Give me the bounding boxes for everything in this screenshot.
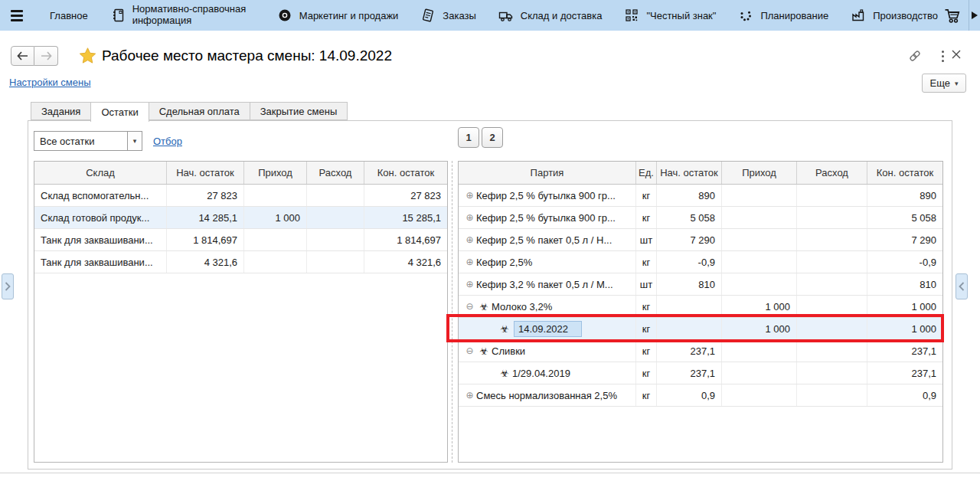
column-header[interactable]: Нач. остаток: [167, 162, 244, 184]
expand-plus-icon[interactable]: ⊕: [463, 234, 476, 245]
menu-item-label: "Честный знак": [646, 10, 716, 21]
table-row-selected[interactable]: Склад готовой продук... 14 285,1 1 000 1…: [34, 207, 447, 229]
menu-item-planning[interactable]: Планирование: [738, 8, 828, 23]
tab-shift-closing[interactable]: Закрытие смены: [250, 102, 348, 120]
column-header[interactable]: Ед.: [636, 162, 657, 184]
forward-button[interactable]: [34, 46, 58, 66]
menu-item-label: Производство: [873, 10, 938, 21]
menu-item-production[interactable]: Производство: [851, 8, 938, 23]
back-button[interactable]: [11, 46, 34, 66]
column-header[interactable]: Приход: [722, 162, 797, 184]
menu-item-label: Главное: [50, 10, 88, 21]
column-header[interactable]: Приход: [244, 162, 307, 184]
history-nav-group: [11, 46, 58, 66]
qr-code-icon: [624, 8, 639, 23]
table-header-row: Партия Ед. Нач. остаток Приход Расход Ко…: [459, 162, 942, 185]
main-menu-icon[interactable]: [11, 7, 28, 24]
filter-link[interactable]: Отбор: [153, 136, 182, 147]
shopping-cart-icon[interactable]: [942, 5, 962, 25]
balances-filter-value: Все остатки: [34, 132, 127, 150]
table-row[interactable]: ⊕ Кефир 2,5 % бутылка 900 гр... кг 5 058…: [459, 207, 942, 229]
topbar-right-group: [942, 0, 980, 31]
chevron-down-icon: ▾: [955, 80, 959, 87]
expand-plus-icon[interactable]: ⊕: [463, 279, 476, 290]
menu-item-orders[interactable]: Заказы: [420, 8, 475, 23]
table-header-row: Склад Нач. остаток Приход Расход Кон. ос…: [34, 162, 447, 185]
collapse-minus-icon[interactable]: ⊖: [463, 301, 476, 312]
menu-item-label: Нормативно-справочная информация: [132, 4, 255, 27]
notepad-icon: [420, 8, 436, 23]
menu-item-reference-info[interactable]: Нормативно-справочная информация: [110, 4, 255, 27]
menu-item-label: Планирование: [760, 10, 828, 21]
batch-table-pager: 1 2: [458, 127, 503, 148]
column-header[interactable]: Партия: [459, 162, 636, 184]
column-header[interactable]: Нач. остаток: [657, 162, 722, 184]
more-button-label: Еще: [930, 77, 950, 89]
tab-tasks[interactable]: Задания: [31, 102, 91, 120]
more-button[interactable]: Еще ▾: [922, 74, 966, 93]
more-menu-kebab-icon[interactable]: [936, 49, 949, 63]
favorite-star-icon[interactable]: [79, 47, 96, 64]
tab-piecework-pay[interactable]: Сдельная оплата: [149, 102, 250, 120]
dots-icon: [738, 8, 753, 23]
menu-item-main[interactable]: Главное: [50, 10, 88, 21]
collapse-minus-icon[interactable]: ⊖: [463, 345, 476, 356]
menu-overflow-arrow-icon[interactable]: [969, 0, 980, 31]
tab-strip: Задания Остатки Сдельная оплата Закрытие…: [31, 102, 347, 122]
table-row[interactable]: Танк для заквашивани... 1 814,697 1 814,…: [34, 229, 447, 251]
table-row[interactable]: ⊖ ☣ Сливки кг 237,1 237,1: [459, 340, 942, 362]
column-header[interactable]: Склад: [34, 162, 167, 184]
close-icon[interactable]: [951, 49, 965, 63]
table-row[interactable]: ⊕ Кефир 3,2 % пакет 0,5 л / М... шт 810 …: [459, 273, 942, 296]
warehouse-balances-table: Склад Нач. остаток Приход Расход Кон. ос…: [34, 161, 448, 463]
factory-icon: [851, 8, 866, 23]
menu-item-chestny-znak[interactable]: "Честный знак": [624, 8, 716, 23]
batch-balances-table: Партия Ед. Нач. остаток Приход Расход Ко…: [458, 161, 943, 463]
column-header[interactable]: Расход: [307, 162, 364, 184]
expand-plus-icon[interactable]: ⊕: [463, 257, 476, 267]
pager-button-1[interactable]: 1: [458, 127, 479, 148]
table-row[interactable]: ⊕ Смесь нормализованная 2,5% кг 0,9 0,9: [459, 384, 942, 407]
left-panel-expand-button[interactable]: [2, 273, 14, 299]
truck-icon: [498, 8, 514, 23]
shift-settings-link[interactable]: Настройки смены: [9, 77, 91, 88]
top-menu-bar: Главное Нормативно-справочная информация…: [0, 0, 980, 31]
table-row[interactable]: ⊕ Кефир 2,5 % пакет 0,5 л / Н... шт 7 29…: [459, 229, 942, 251]
table-row[interactable]: ⊕ Кефир 2,5 % бутылка 900 гр... кг 890 8…: [459, 185, 942, 207]
focused-cell: 14.09.2022: [514, 321, 582, 337]
table-row[interactable]: Танк для заквашивани... 4 321,6 4 321,6: [34, 251, 447, 273]
menu-item-warehouse-delivery[interactable]: Склад и доставка: [498, 8, 603, 23]
balances-filter-select[interactable]: Все остатки ▾: [34, 131, 142, 151]
menu-item-label: Заказы: [443, 10, 475, 21]
menu-item-marketing-sales[interactable]: Маркетинг и продажи: [277, 8, 399, 23]
app-window: Главное Нормативно-справочная информация…: [0, 0, 980, 481]
tab-balances[interactable]: Остатки: [90, 102, 149, 122]
table-row-selected[interactable]: ☣ 14.09.2022 кг 1 000 1 000: [459, 318, 942, 340]
panel-splitter[interactable]: [452, 161, 452, 463]
table-row[interactable]: ⊖ ☣ Молоко 3,2% кг 1 000 1 000: [459, 296, 942, 318]
right-panel-expand-button[interactable]: [956, 273, 968, 299]
hazard-icon: ☣: [476, 345, 492, 357]
page-title: Рабочее место мастера смены: 14.09.2022: [102, 47, 392, 64]
hazard-icon: ☣: [497, 323, 512, 335]
chevron-down-icon[interactable]: ▾: [127, 132, 142, 150]
hazard-icon: ☣: [497, 368, 512, 379]
table-row[interactable]: ⊕ Кефир 2,5% кг -0,9 -0,9: [459, 251, 942, 273]
hazard-icon: ☣: [476, 301, 492, 312]
table-row[interactable]: Склад вспомогательн... 27 823 27 823: [34, 185, 447, 207]
column-header[interactable]: Кон. остаток: [364, 162, 447, 184]
window-bottom-divider: [0, 473, 980, 473]
table-row[interactable]: ☣ 1/29.04.2019 кг 237,1 237,1: [459, 362, 942, 384]
expand-plus-icon[interactable]: ⊕: [463, 212, 476, 223]
expand-plus-icon[interactable]: ⊕: [463, 390, 476, 401]
expand-plus-icon[interactable]: ⊕: [463, 190, 476, 201]
disc-icon: [277, 8, 292, 23]
menu-item-label: Склад и доставка: [521, 10, 603, 21]
column-header[interactable]: Кон. остаток: [867, 162, 942, 184]
pager-button-2[interactable]: 2: [482, 127, 503, 148]
column-header[interactable]: Расход: [797, 162, 867, 184]
book-icon: [110, 8, 126, 23]
get-link-icon[interactable]: [908, 49, 922, 63]
menu-item-label: Маркетинг и продажи: [299, 10, 399, 21]
